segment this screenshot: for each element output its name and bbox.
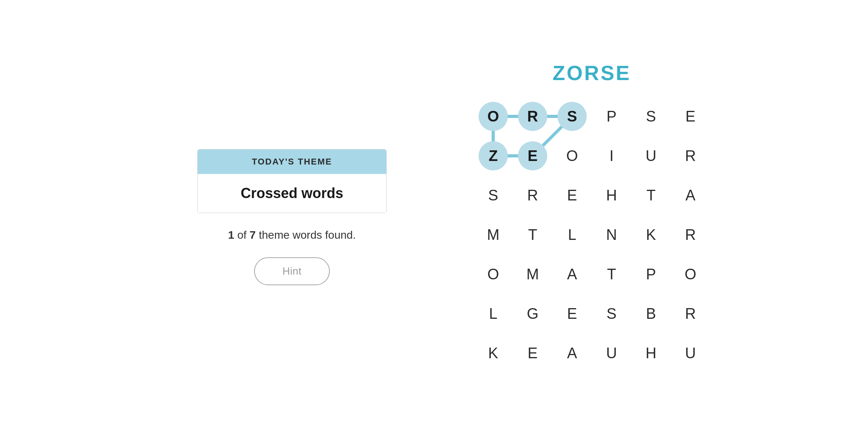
grid-cell[interactable]: U bbox=[631, 136, 671, 176]
found-count: 1 bbox=[228, 229, 234, 241]
grid-cell[interactable]: K bbox=[473, 333, 513, 373]
grid-cell[interactable]: H bbox=[592, 176, 631, 215]
grid-cell[interactable]: M bbox=[513, 254, 552, 294]
grid-cell[interactable]: R bbox=[671, 294, 710, 333]
grid-cell[interactable]: S bbox=[631, 97, 671, 136]
grid-cell[interactable]: B bbox=[631, 294, 671, 333]
grid-cell[interactable]: O bbox=[473, 254, 513, 294]
grid-cell[interactable]: A bbox=[552, 333, 592, 373]
grid-cell[interactable]: A bbox=[671, 176, 710, 215]
theme-card: TODAY'S THEME Crossed words bbox=[197, 149, 387, 213]
page-container: TODAY'S THEME Crossed words 1 of 7 theme… bbox=[0, 0, 868, 434]
grid-cell[interactable]: E bbox=[518, 141, 547, 170]
theme-card-body: Crossed words bbox=[198, 174, 386, 213]
grid-cell[interactable]: Z bbox=[479, 141, 508, 170]
grid-cell[interactable]: L bbox=[552, 215, 592, 254]
letter-grid[interactable]: ORSPSEZEOIURSREHTAMTLNKROMATPOLGESBRKEAU… bbox=[473, 97, 710, 373]
grid-cell[interactable]: K bbox=[631, 215, 671, 254]
grid-cell[interactable]: E bbox=[552, 294, 592, 333]
word-title: ZORSE bbox=[552, 61, 631, 85]
grid-cell[interactable]: S bbox=[592, 294, 631, 333]
grid-cell[interactable]: O bbox=[671, 254, 710, 294]
grid-cell[interactable]: G bbox=[513, 294, 552, 333]
grid-cell[interactable]: E bbox=[513, 333, 552, 373]
grid-cell[interactable]: U bbox=[671, 333, 710, 373]
grid-cell[interactable]: R bbox=[671, 136, 710, 176]
grid-cell[interactable]: P bbox=[592, 97, 631, 136]
progress-text: 1 of 7 theme words found. bbox=[228, 229, 356, 241]
grid-cell[interactable]: R bbox=[513, 176, 552, 215]
grid-cell[interactable]: O bbox=[479, 102, 508, 131]
grid-cell[interactable]: M bbox=[473, 215, 513, 254]
grid-wrapper: ORSPSEZEOIURSREHTAMTLNKROMATPOLGESBRKEAU… bbox=[473, 97, 710, 373]
grid-cell[interactable]: T bbox=[592, 254, 631, 294]
grid-cell[interactable]: T bbox=[631, 176, 671, 215]
grid-cell[interactable]: E bbox=[671, 97, 710, 136]
grid-cell[interactable]: A bbox=[552, 254, 592, 294]
grid-cell[interactable]: O bbox=[552, 136, 592, 176]
grid-cell[interactable]: R bbox=[671, 215, 710, 254]
grid-cell[interactable]: T bbox=[513, 215, 552, 254]
hint-button[interactable]: Hint bbox=[254, 257, 330, 285]
left-panel: TODAY'S THEME Crossed words 1 of 7 theme… bbox=[158, 149, 426, 285]
grid-cell[interactable]: S bbox=[557, 102, 587, 131]
progress-suffix: theme words found. bbox=[259, 229, 356, 241]
right-panel: ZORSE ORSPSEZEOIURSREHTAMTLNKROMATPOLGES… bbox=[473, 61, 710, 373]
theme-card-header: TODAY'S THEME bbox=[198, 150, 386, 174]
grid-cell[interactable]: E bbox=[552, 176, 592, 215]
grid-cell[interactable]: R bbox=[518, 102, 547, 131]
total-count: 7 bbox=[250, 229, 256, 241]
grid-cell[interactable]: U bbox=[592, 333, 631, 373]
grid-cell[interactable]: H bbox=[631, 333, 671, 373]
grid-cell[interactable]: P bbox=[631, 254, 671, 294]
grid-cell[interactable]: S bbox=[473, 176, 513, 215]
grid-cell[interactable]: L bbox=[473, 294, 513, 333]
progress-of: of bbox=[237, 229, 249, 241]
grid-cell[interactable]: I bbox=[592, 136, 631, 176]
grid-cell[interactable]: N bbox=[592, 215, 631, 254]
